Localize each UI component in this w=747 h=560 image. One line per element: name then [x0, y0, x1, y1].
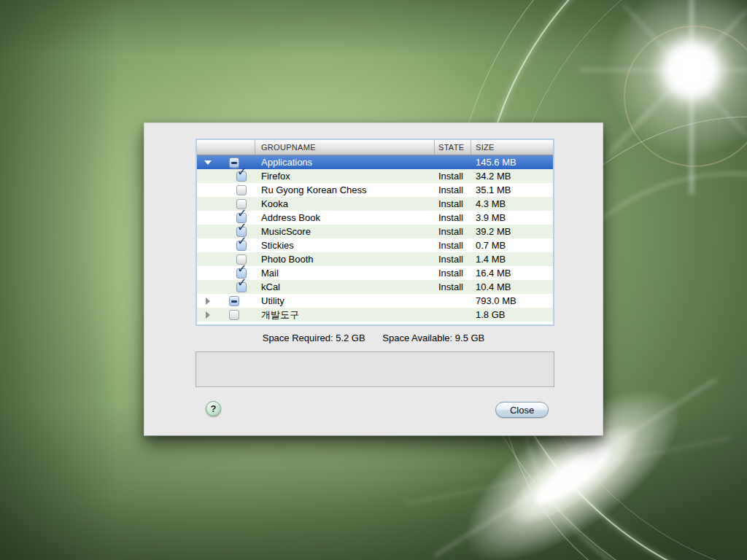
package-state: Install [435, 184, 471, 195]
package-name: 개발도구 [255, 308, 435, 322]
package-state: Install [435, 226, 471, 237]
column-header-controls [197, 140, 255, 155]
package-name: Photo Booth [255, 254, 435, 265]
package-checkbox-checked[interactable]: ✓ [236, 241, 247, 251]
checkmark-icon: ✓ [237, 263, 247, 275]
checkmark-icon: ✓ [237, 222, 247, 233]
package-size: 0.7 MB [471, 240, 553, 251]
table-row[interactable]: Ru Gyong Korean ChessInstall35.1 MB [197, 183, 553, 197]
question-mark-icon: ? [211, 403, 217, 414]
package-name: Mail [255, 268, 435, 279]
package-name: Ru Gyong Korean Chess [255, 184, 435, 195]
column-header-size[interactable]: SIZE [471, 140, 553, 155]
package-size: 34.2 MB [471, 171, 553, 182]
package-name: Firefox [255, 171, 435, 182]
disclosure-triangle-icon[interactable] [204, 160, 212, 165]
package-name: kCal [255, 281, 435, 292]
package-checkbox-checked[interactable]: ✓ [236, 282, 247, 292]
table-row[interactable]: KookaInstall4.3 MB [197, 197, 553, 211]
table-row[interactable]: ✓MusicScoreInstall39.2 MB [197, 225, 553, 238]
table-body: Applications145.6 MB✓FirefoxInstall34.2 … [197, 155, 553, 322]
package-size: 1.4 MB [471, 254, 553, 265]
package-size: 10.4 MB [471, 281, 553, 292]
package-size: 4.3 MB [471, 198, 553, 209]
package-name: Address Book [255, 212, 435, 223]
row-controls [197, 183, 255, 197]
package-checkbox-unchecked[interactable] [236, 185, 247, 195]
table-row[interactable]: ✓kCalInstall10.4 MB [197, 280, 553, 294]
close-button[interactable]: Close [495, 402, 549, 418]
package-state: Install [435, 198, 471, 209]
checkmark-icon: ✓ [237, 277, 247, 289]
checkmark-icon: ✓ [237, 208, 247, 219]
table-row[interactable]: Applications145.6 MB [197, 155, 553, 169]
row-controls: ✓ [197, 238, 255, 252]
help-button[interactable]: ? [206, 401, 221, 416]
table-row[interactable]: ✓FirefoxInstall34.2 MB [197, 169, 553, 183]
table-row[interactable]: ✓StickiesInstall0.7 MB [197, 238, 553, 252]
space-available: Space Available: 9.5 GB [382, 332, 484, 343]
space-required: Space Required: 5.2 GB [263, 332, 365, 343]
column-header-state[interactable]: STATE [435, 140, 471, 155]
package-name: Kooka [255, 198, 435, 209]
package-checkbox-checked[interactable]: ✓ [236, 171, 247, 182]
installer-window: GROUPNAME STATE SIZE Applications145.6 M… [144, 122, 603, 436]
package-selection-table: GROUPNAME STATE SIZE Applications145.6 M… [196, 139, 554, 326]
disclosure-triangle-icon[interactable] [206, 298, 210, 305]
package-state: Install [435, 212, 471, 223]
column-header-groupname[interactable]: GROUPNAME [255, 140, 435, 155]
table-row[interactable]: 개발도구1.8 GB [197, 308, 553, 322]
package-checkbox-unchecked[interactable] [229, 310, 239, 320]
package-state: Install [435, 281, 471, 292]
description-box [196, 351, 554, 387]
package-size: 35.1 MB [471, 184, 553, 195]
package-size: 793.0 MB [471, 295, 553, 306]
package-size: 145.6 MB [471, 157, 553, 168]
package-name: Utility [255, 295, 435, 306]
checkmark-icon: ✓ [237, 166, 247, 178]
package-checkbox-mixed[interactable] [229, 296, 239, 306]
table-header: GROUPNAME STATE SIZE [197, 140, 553, 155]
package-size: 39.2 MB [471, 226, 553, 237]
package-name: Stickies [255, 240, 435, 251]
package-state: Install [435, 268, 471, 279]
package-size: 1.8 GB [471, 309, 553, 320]
disclosure-triangle-icon[interactable] [206, 311, 210, 319]
package-state: Install [435, 171, 471, 182]
table-row[interactable]: ✓Address BookInstall3.9 MB [197, 211, 553, 225]
package-name: Applications [255, 157, 435, 168]
package-size: 3.9 MB [471, 212, 553, 223]
row-controls [197, 308, 255, 322]
package-state: Install [435, 240, 471, 251]
package-size: 16.4 MB [471, 268, 553, 279]
package-name: MusicScore [255, 226, 435, 237]
row-controls: ✓ [197, 280, 255, 294]
disk-space-summary: Space Required: 5.2 GB Space Available: … [144, 332, 603, 343]
row-controls [197, 294, 255, 308]
table-row[interactable]: ✓MailInstall16.4 MB [197, 266, 553, 280]
table-row[interactable]: Photo BoothInstall1.4 MB [197, 252, 553, 266]
checkmark-icon: ✓ [237, 236, 247, 247]
row-controls: ✓ [197, 169, 255, 183]
package-state: Install [435, 254, 471, 265]
table-row[interactable]: Utility793.0 MB [197, 294, 553, 308]
